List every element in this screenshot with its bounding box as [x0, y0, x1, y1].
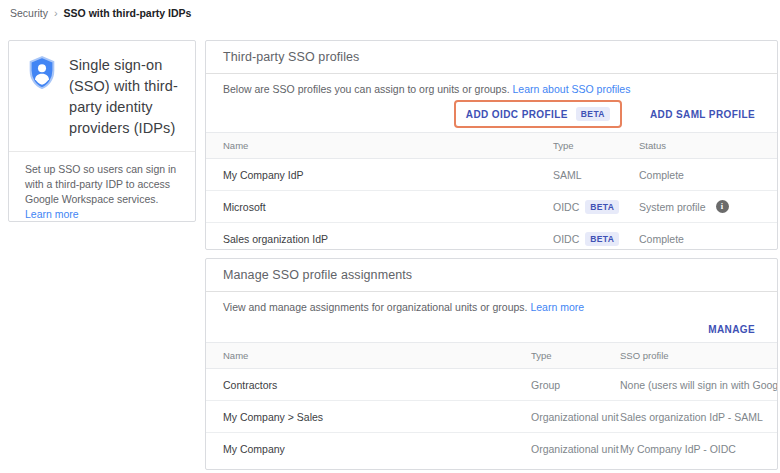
profile-status-text: System profile: [639, 201, 706, 213]
profiles-table-header-row: Name Type Status: [206, 133, 777, 159]
profile-type: OIDC BETA: [553, 191, 639, 223]
profiles-col-name: Name: [206, 133, 553, 159]
sso-info-card: Single sign-on (SSO) with third-party id…: [8, 40, 196, 222]
info-card-learn-more-link[interactable]: Learn more: [25, 208, 79, 220]
profile-type-text: OIDC: [553, 233, 579, 245]
info-card-description-text: Set up SSO so users can sign in with a t…: [25, 163, 176, 205]
profiles-panel-description-text: Below are SSO profiles you can assign to…: [223, 83, 510, 95]
manage-button[interactable]: MANAGE: [708, 324, 755, 335]
assignments-panel-title: Manage SSO profile assignments: [206, 259, 777, 292]
table-row[interactable]: My Company > Sales Organizational unit S…: [206, 401, 777, 433]
profile-status: System profile i: [639, 191, 777, 223]
assignment-name: My Company: [206, 433, 531, 465]
table-row[interactable]: My Company IdP SAML Complete: [206, 159, 777, 191]
profiles-table: Name Type Status My Company IdP SAML Com…: [206, 132, 777, 255]
profiles-actions-row: ADD OIDC PROFILE BETA ADD SAML PROFILE: [206, 95, 777, 132]
profiles-col-status: Status: [639, 133, 777, 159]
row-beta-badge: BETA: [585, 200, 619, 214]
breadcrumb: Security › SSO with third-party IDPs: [10, 7, 191, 19]
assignment-type: Organizational unit: [531, 433, 620, 465]
info-card-title: Single sign-on (SSO) with third-party id…: [69, 55, 181, 139]
assignment-sso-profile: Sales organization IdP - SAML: [620, 401, 777, 433]
assignments-table: Name Type SSO profile Contractors Group …: [206, 342, 777, 465]
assignments-panel-description: View and manage assignments for organiza…: [206, 292, 777, 313]
assignments-actions-row: MANAGE: [206, 313, 777, 342]
add-saml-profile-button[interactable]: ADD SAML PROFILE: [650, 109, 755, 120]
breadcrumb-security-link[interactable]: Security: [10, 7, 48, 19]
profile-type-text: OIDC: [553, 201, 579, 213]
assignments-col-type: Type: [531, 343, 620, 369]
profile-status: Complete: [639, 159, 777, 191]
sso-settings-page: Security › SSO with third-party IDPs Sin…: [0, 0, 780, 473]
third-party-sso-profiles-panel: Third-party SSO profiles Below are SSO p…: [205, 40, 778, 250]
row-beta-badge: BETA: [585, 232, 619, 246]
table-row[interactable]: Microsoft OIDC BETA System profile i: [206, 191, 777, 223]
assignments-table-head: Name Type SSO profile: [206, 343, 777, 369]
add-oidc-highlight-box: ADD OIDC PROFILE BETA: [454, 100, 622, 128]
assignment-sso-profile: None (users will sign in with Google): [620, 369, 777, 401]
assignment-name: Contractors: [206, 369, 531, 401]
assignments-table-header-row: Name Type SSO profile: [206, 343, 777, 369]
breadcrumb-current: SSO with third-party IDPs: [64, 7, 192, 19]
assignments-panel-description-text: View and manage assignments for organiza…: [223, 301, 528, 313]
profile-type: SAML: [553, 159, 639, 191]
breadcrumb-separator-icon: ›: [54, 7, 58, 19]
table-row[interactable]: Contractors Group None (users will sign …: [206, 369, 777, 401]
profiles-table-head: Name Type Status: [206, 133, 777, 159]
assignment-sso-profile: My Company IdP - OIDC: [620, 433, 777, 465]
info-card-header: Single sign-on (SSO) with third-party id…: [9, 41, 195, 149]
info-card-description: Set up SSO so users can sign in with a t…: [9, 152, 195, 222]
assignment-name: My Company > Sales: [206, 401, 531, 433]
profiles-col-type: Type: [553, 133, 639, 159]
profile-type: OIDC BETA: [553, 223, 639, 255]
add-oidc-profile-button[interactable]: ADD OIDC PROFILE: [466, 109, 568, 120]
assignments-col-name: Name: [206, 343, 531, 369]
profile-status: Complete: [639, 223, 777, 255]
profiles-panel-title: Third-party SSO profiles: [206, 41, 777, 74]
assignment-type: Group: [531, 369, 620, 401]
profile-name: Sales organization IdP: [206, 223, 553, 255]
shield-person-icon: [25, 55, 59, 139]
add-oidc-beta-badge: BETA: [576, 107, 610, 121]
info-icon[interactable]: i: [716, 200, 729, 213]
profiles-panel-description: Below are SSO profiles you can assign to…: [206, 74, 777, 95]
learn-about-sso-profiles-link[interactable]: Learn about SSO profiles: [513, 83, 631, 95]
assignments-learn-more-link[interactable]: Learn more: [530, 301, 584, 313]
manage-sso-assignments-panel: Manage SSO profile assignments View and …: [205, 258, 778, 470]
profile-name: Microsoft: [206, 191, 553, 223]
assignments-col-sso-profile: SSO profile: [620, 343, 777, 369]
assignment-type: Organizational unit: [531, 401, 620, 433]
table-row[interactable]: Sales organization IdP OIDC BETA Complet…: [206, 223, 777, 255]
profile-name: My Company IdP: [206, 159, 553, 191]
table-row[interactable]: My Company Organizational unit My Compan…: [206, 433, 777, 465]
